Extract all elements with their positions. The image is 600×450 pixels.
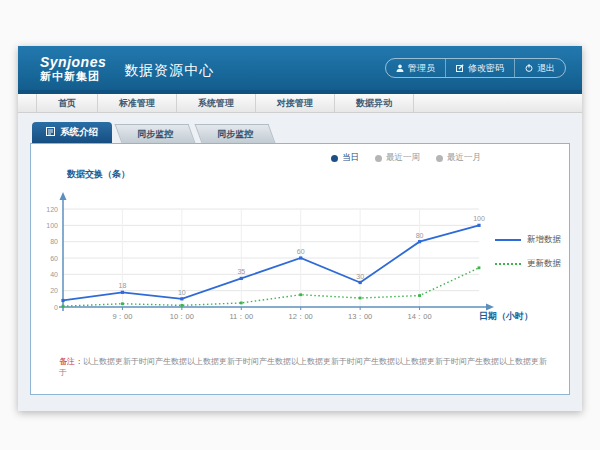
legend-update-data-label: 更新数据 <box>527 258 561 270</box>
data-point-label: 100 <box>473 215 485 222</box>
data-point-label: 30 <box>356 273 364 280</box>
line-chart: 0204060801001209：0010：0011：0012：0013：001… <box>31 188 571 328</box>
tab-system-intro[interactable]: 系统介绍 <box>32 122 112 143</box>
footnote-label: 备注： <box>59 357 83 366</box>
data-point-label: 35 <box>237 268 245 275</box>
data-point <box>180 304 183 307</box>
nav-item-data-change[interactable]: 数据异动 <box>335 94 414 112</box>
option-today-label: 当日 <box>342 152 359 164</box>
y-tick-label: 60 <box>50 255 58 262</box>
time-range-options: 当日 最近一周 最近一月 <box>331 152 481 164</box>
legend-item-new-data[interactable]: 新增数据 <box>495 234 561 246</box>
data-point <box>478 266 481 269</box>
chart-panel: 当日 最近一周 最近一月 数据交换（条） 日期（小时） 020406080100… <box>30 143 570 395</box>
data-point <box>359 297 362 300</box>
option-last-week[interactable]: 最近一周 <box>375 152 420 164</box>
data-point <box>121 302 124 305</box>
data-point <box>418 294 421 297</box>
content-area: 系统介绍 同步监控 同步监控 当日 最近一周 <box>18 113 582 406</box>
option-today[interactable]: 当日 <box>331 152 359 164</box>
radio-dot-icon <box>375 155 382 162</box>
x-tick-label: 13：00 <box>348 312 372 321</box>
data-point <box>180 297 183 300</box>
user-icon <box>396 64 404 72</box>
logo-text-cn: 新中新集团 <box>40 71 106 82</box>
y-axis-title: 数据交换（条） <box>67 168 130 181</box>
tab-bar: 系统介绍 同步监控 同步监控 <box>30 122 570 143</box>
radio-dot-icon <box>436 155 443 162</box>
tab-sync-monitor-2-label: 同步监控 <box>217 128 253 141</box>
data-point <box>359 281 362 284</box>
x-axis-arrow-icon <box>486 304 494 311</box>
data-point <box>299 293 302 296</box>
page-title: 数据资源中心 <box>124 62 214 80</box>
tab-sync-monitor-1-label: 同步监控 <box>137 128 173 141</box>
nav-item-system-mgmt[interactable]: 系统管理 <box>177 94 256 112</box>
x-tick-label: 12：00 <box>289 312 313 321</box>
y-tick-label: 100 <box>46 222 58 229</box>
data-point <box>121 291 124 294</box>
data-point-label: 10 <box>178 289 186 296</box>
y-axis-arrow-icon <box>60 192 67 200</box>
user-menu: 管理员 修改密码 退出 <box>385 58 566 78</box>
option-last-month-label: 最近一月 <box>447 152 481 164</box>
solid-line-icon <box>495 239 521 241</box>
nav-item-standard-mgmt[interactable]: 标准管理 <box>98 94 177 112</box>
change-password-button[interactable]: 修改密码 <box>445 59 514 77</box>
data-point <box>477 224 480 227</box>
y-tick-label: 120 <box>46 206 58 213</box>
tab-sync-monitor-2[interactable]: 同步监控 <box>195 124 276 143</box>
y-tick-label: 0 <box>54 304 58 311</box>
tab-sync-monitor-1[interactable]: 同步监控 <box>115 124 196 143</box>
legend-item-update-data[interactable]: 更新数据 <box>495 258 561 270</box>
data-point <box>240 277 243 280</box>
logout-label: 退出 <box>537 62 555 75</box>
logo: Synjones 新中新集团 <box>40 55 106 82</box>
tab-system-intro-label: 系统介绍 <box>60 126 98 139</box>
footnote-text: 以上数据更新于时间产生数据以上数据更新于时间产生数据以上数据更新于时间产生数据以… <box>59 357 547 377</box>
main-nav: 首页 标准管理 系统管理 对接管理 数据异动 <box>18 94 582 113</box>
x-tick-label: 9：00 <box>112 312 132 321</box>
data-point <box>299 256 302 259</box>
data-point <box>418 240 421 243</box>
footnote: 备注：以上数据更新于时间产生数据以上数据更新于时间产生数据以上数据更新于时间产生… <box>59 356 549 378</box>
change-password-label: 修改密码 <box>468 62 504 75</box>
y-tick-label: 20 <box>50 287 58 294</box>
nav-item-home[interactable]: 首页 <box>36 94 98 112</box>
chart-legend: 新增数据 更新数据 <box>495 234 561 270</box>
header-bar: Synjones 新中新集团 数据资源中心 管理员 修改密码 退出 <box>18 46 582 94</box>
app-window: Synjones 新中新集团 数据资源中心 管理员 修改密码 退出 <box>18 46 582 411</box>
admin-user-label: 管理员 <box>408 62 435 75</box>
y-tick-label: 80 <box>50 238 58 245</box>
logo-text-en: Synjones <box>40 55 106 69</box>
data-point-label: 80 <box>416 232 424 239</box>
data-point <box>62 305 65 308</box>
admin-user-button[interactable]: 管理员 <box>386 59 445 77</box>
x-tick-label: 10：00 <box>170 312 194 321</box>
legend-new-data-label: 新增数据 <box>527 234 561 246</box>
power-icon <box>525 64 533 72</box>
document-icon <box>46 127 55 138</box>
y-tick-label: 40 <box>50 271 58 278</box>
x-tick-label: 14：00 <box>407 312 431 321</box>
option-last-week-label: 最近一周 <box>386 152 420 164</box>
data-point-label: 60 <box>297 248 305 255</box>
x-tick-label: 11：00 <box>229 312 253 321</box>
data-point-label: 18 <box>119 282 127 289</box>
data-point <box>240 302 243 305</box>
radio-dot-icon <box>331 155 338 162</box>
dotted-line-icon <box>495 263 521 265</box>
edit-icon <box>456 64 464 72</box>
nav-item-interface-mgmt[interactable]: 对接管理 <box>256 94 335 112</box>
logout-button[interactable]: 退出 <box>514 59 565 77</box>
data-point <box>61 299 64 302</box>
option-last-month[interactable]: 最近一月 <box>436 152 481 164</box>
